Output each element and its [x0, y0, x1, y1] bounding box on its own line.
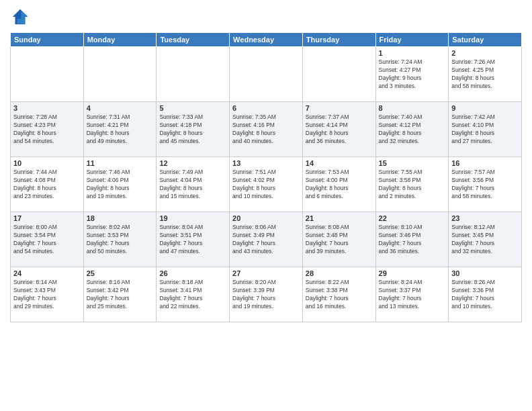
day-cell: 11Sunrise: 7:46 AMSunset: 4:06 PMDayligh…: [83, 157, 157, 212]
day-number: 15: [379, 159, 446, 167]
day-number: 9: [451, 104, 519, 112]
day-number: 29: [379, 269, 446, 277]
day-cell: 16Sunrise: 7:57 AMSunset: 3:56 PMDayligh…: [449, 157, 522, 212]
day-cell: 17Sunrise: 8:00 AMSunset: 3:54 PMDayligh…: [11, 212, 84, 267]
day-cell: 13Sunrise: 7:51 AMSunset: 4:02 PMDayligh…: [230, 157, 303, 212]
day-cell: 18Sunrise: 8:02 AMSunset: 3:53 PMDayligh…: [83, 212, 157, 267]
day-cell: 15Sunrise: 7:55 AMSunset: 3:58 PMDayligh…: [375, 157, 449, 212]
day-number: 5: [159, 104, 226, 112]
logo-icon: [10, 7, 30, 27]
week-row-1: 1Sunrise: 7:24 AMSunset: 4:27 PMDaylight…: [11, 47, 522, 102]
day-cell: 19Sunrise: 8:04 AMSunset: 3:51 PMDayligh…: [157, 212, 230, 267]
day-cell: 22Sunrise: 8:10 AMSunset: 3:46 PMDayligh…: [375, 212, 449, 267]
day-cell: 20Sunrise: 8:06 AMSunset: 3:49 PMDayligh…: [230, 212, 303, 267]
week-row-3: 10Sunrise: 7:44 AMSunset: 4:08 PMDayligh…: [11, 157, 522, 212]
day-number: 23: [451, 214, 519, 222]
day-info: Sunrise: 8:08 AMSunset: 3:48 PMDaylight:…: [306, 224, 373, 256]
day-info: Sunrise: 7:46 AMSunset: 4:06 PMDaylight:…: [87, 169, 154, 201]
day-number: 21: [306, 214, 373, 222]
day-info: Sunrise: 7:35 AMSunset: 4:16 PMDaylight:…: [232, 113, 300, 146]
day-number: 16: [451, 159, 519, 167]
weekday-header-sunday: Sunday: [11, 33, 84, 47]
day-number: 30: [451, 269, 519, 277]
day-cell: 24Sunrise: 8:14 AMSunset: 3:43 PMDayligh…: [11, 267, 84, 322]
day-cell: [83, 47, 157, 102]
day-cell: 2Sunrise: 7:26 AMSunset: 4:25 PMDaylight…: [449, 47, 522, 102]
day-cell: 8Sunrise: 7:40 AMSunset: 4:12 PMDaylight…: [375, 102, 449, 157]
weekday-header-friday: Friday: [375, 33, 449, 47]
day-info: Sunrise: 8:14 AMSunset: 3:43 PMDaylight:…: [13, 279, 81, 311]
weekday-header-monday: Monday: [83, 33, 157, 47]
day-cell: 5Sunrise: 7:33 AMSunset: 4:18 PMDaylight…: [157, 102, 230, 157]
day-cell: 12Sunrise: 7:49 AMSunset: 4:04 PMDayligh…: [157, 157, 230, 212]
day-cell: 29Sunrise: 8:24 AMSunset: 3:37 PMDayligh…: [375, 267, 449, 322]
day-info: Sunrise: 7:49 AMSunset: 4:04 PMDaylight:…: [159, 169, 226, 201]
day-info: Sunrise: 8:24 AMSunset: 3:37 PMDaylight:…: [379, 279, 446, 311]
day-number: 14: [306, 159, 373, 167]
day-info: Sunrise: 8:18 AMSunset: 3:41 PMDaylight:…: [159, 279, 226, 311]
day-info: Sunrise: 7:40 AMSunset: 4:12 PMDaylight:…: [379, 113, 446, 146]
day-number: 12: [159, 159, 226, 167]
day-number: 7: [306, 104, 373, 112]
day-cell: 14Sunrise: 7:53 AMSunset: 4:00 PMDayligh…: [302, 157, 375, 212]
day-info: Sunrise: 7:55 AMSunset: 3:58 PMDaylight:…: [379, 169, 446, 201]
week-row-4: 17Sunrise: 8:00 AMSunset: 3:54 PMDayligh…: [11, 212, 522, 267]
day-cell: 28Sunrise: 8:22 AMSunset: 3:38 PMDayligh…: [302, 267, 375, 322]
day-number: 19: [159, 214, 226, 222]
day-cell: 26Sunrise: 8:18 AMSunset: 3:41 PMDayligh…: [157, 267, 230, 322]
day-cell: 23Sunrise: 8:12 AMSunset: 3:45 PMDayligh…: [449, 212, 522, 267]
day-cell: 10Sunrise: 7:44 AMSunset: 4:08 PMDayligh…: [11, 157, 84, 212]
weekday-header-tuesday: Tuesday: [157, 33, 230, 47]
header: [10, 7, 522, 27]
day-info: Sunrise: 8:22 AMSunset: 3:38 PMDaylight:…: [306, 279, 373, 311]
day-cell: 25Sunrise: 8:16 AMSunset: 3:42 PMDayligh…: [83, 267, 157, 322]
page: SundayMondayTuesdayWednesdayThursdayFrid…: [0, 0, 532, 411]
day-number: 26: [159, 269, 226, 277]
weekday-header-thursday: Thursday: [302, 33, 375, 47]
day-number: 27: [232, 269, 300, 277]
day-number: 28: [306, 269, 373, 277]
weekday-header-wednesday: Wednesday: [230, 33, 303, 47]
day-number: 6: [232, 104, 300, 112]
day-info: Sunrise: 7:44 AMSunset: 4:08 PMDaylight:…: [13, 169, 81, 201]
day-cell: 9Sunrise: 7:42 AMSunset: 4:10 PMDaylight…: [449, 102, 522, 157]
day-info: Sunrise: 7:33 AMSunset: 4:18 PMDaylight:…: [159, 113, 226, 146]
week-row-2: 3Sunrise: 7:28 AMSunset: 4:23 PMDaylight…: [11, 102, 522, 157]
day-info: Sunrise: 8:06 AMSunset: 3:49 PMDaylight:…: [232, 224, 300, 256]
day-cell: 6Sunrise: 7:35 AMSunset: 4:16 PMDaylight…: [230, 102, 303, 157]
day-number: 11: [87, 159, 154, 167]
day-info: Sunrise: 8:10 AMSunset: 3:46 PMDaylight:…: [379, 224, 446, 256]
day-cell: 30Sunrise: 8:26 AMSunset: 3:36 PMDayligh…: [449, 267, 522, 322]
day-number: 24: [13, 269, 81, 277]
week-row-5: 24Sunrise: 8:14 AMSunset: 3:43 PMDayligh…: [11, 267, 522, 322]
day-cell: 1Sunrise: 7:24 AMSunset: 4:27 PMDaylight…: [375, 47, 449, 102]
day-info: Sunrise: 8:12 AMSunset: 3:45 PMDaylight:…: [451, 224, 519, 256]
day-info: Sunrise: 8:02 AMSunset: 3:53 PMDaylight:…: [87, 224, 154, 256]
day-number: 22: [379, 214, 446, 222]
day-info: Sunrise: 8:04 AMSunset: 3:51 PMDaylight:…: [159, 224, 226, 256]
day-number: 4: [87, 104, 154, 112]
day-info: Sunrise: 7:51 AMSunset: 4:02 PMDaylight:…: [232, 169, 300, 201]
weekday-header-saturday: Saturday: [449, 33, 522, 47]
day-cell: 4Sunrise: 7:31 AMSunset: 4:21 PMDaylight…: [83, 102, 157, 157]
day-cell: [302, 47, 375, 102]
day-info: Sunrise: 7:42 AMSunset: 4:10 PMDaylight:…: [451, 113, 519, 146]
weekday-header-row: SundayMondayTuesdayWednesdayThursdayFrid…: [11, 33, 522, 47]
day-number: 8: [379, 104, 446, 112]
day-number: 25: [87, 269, 154, 277]
day-number: 10: [13, 159, 81, 167]
day-cell: 27Sunrise: 8:20 AMSunset: 3:39 PMDayligh…: [230, 267, 303, 322]
day-info: Sunrise: 7:26 AMSunset: 4:25 PMDaylight:…: [451, 58, 519, 91]
day-info: Sunrise: 8:16 AMSunset: 3:42 PMDaylight:…: [87, 279, 154, 311]
day-info: Sunrise: 8:26 AMSunset: 3:36 PMDaylight:…: [451, 279, 519, 311]
logo: [10, 7, 33, 27]
day-number: 20: [232, 214, 300, 222]
day-info: Sunrise: 7:28 AMSunset: 4:23 PMDaylight:…: [13, 113, 81, 146]
day-number: 18: [87, 214, 154, 222]
day-info: Sunrise: 7:53 AMSunset: 4:00 PMDaylight:…: [306, 169, 373, 201]
day-cell: 21Sunrise: 8:08 AMSunset: 3:48 PMDayligh…: [302, 212, 375, 267]
day-number: 1: [379, 49, 446, 57]
day-number: 3: [13, 104, 81, 112]
day-number: 13: [232, 159, 300, 167]
day-info: Sunrise: 8:20 AMSunset: 3:39 PMDaylight:…: [232, 279, 300, 311]
